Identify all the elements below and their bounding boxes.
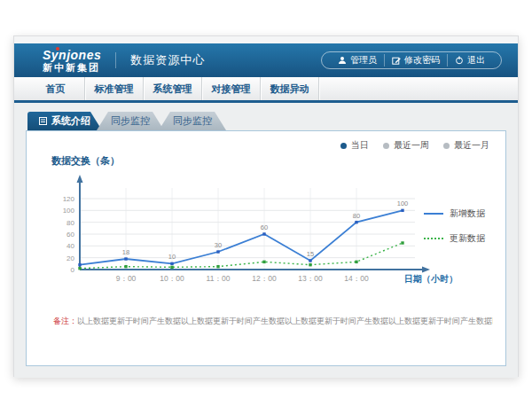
svg-text:100: 100 (63, 207, 75, 215)
svg-text:15: 15 (307, 250, 314, 258)
svg-text:40: 40 (66, 242, 74, 250)
line-chart: 0204060801001209：0010：0011：0012：0013：001… (41, 168, 459, 305)
radio-dot-icon (383, 143, 389, 149)
document-icon (39, 117, 47, 125)
logo-text: Synjones (43, 49, 101, 61)
svg-text:80: 80 (353, 212, 360, 220)
footnote: 备注：以上数据更新于时间产生数据以上数据更新于时间产生数据以上数据更新于时间产生… (53, 316, 493, 327)
svg-text:120: 120 (63, 195, 75, 203)
filter-last-month[interactable]: 最近一月 (443, 139, 489, 152)
window-top-strip (14, 36, 518, 43)
page-background: Synjones 新中新集团 数据资源中心 管理员 修改 (0, 0, 532, 399)
svg-text:12：00: 12：00 (252, 274, 277, 283)
blue-line-sample-icon (424, 213, 443, 215)
chart-y-axis-title: 数据交换（条） (51, 154, 120, 168)
tab-system-intro[interactable]: 系统介绍 (27, 112, 102, 130)
app-header: Synjones 新中新集团 数据资源中心 管理员 修改 (14, 43, 518, 77)
radio-dot-icon (443, 143, 450, 149)
svg-text:14：00: 14：00 (344, 274, 369, 283)
svg-text:100: 100 (397, 200, 409, 207)
green-dotted-sample-icon (424, 238, 443, 239)
tab-bar: 系统介绍 同步监控 同步监控 (27, 112, 506, 130)
nav-item-data-change[interactable]: 数据异动 (261, 77, 319, 100)
app-window: Synjones 新中新集团 数据资源中心 管理员 修改 (13, 35, 519, 377)
nav-item-standard-mgmt[interactable]: 标准管理 (85, 77, 144, 100)
tab-label: 同步监控 (111, 114, 150, 128)
tab-label: 同步监控 (173, 114, 212, 128)
main-nav: 首页 标准管理 系统管理 对接管理 数据异动 (14, 77, 518, 100)
admin-user-button[interactable]: 管理员 (331, 54, 384, 66)
time-filter-group: 当日 最近一周 最近一月 (340, 139, 489, 152)
svg-text:20: 20 (66, 254, 74, 262)
svg-text:13：00: 13：00 (298, 274, 323, 283)
company-logo: Synjones 新中新集团 (43, 49, 101, 73)
logout-button[interactable]: 退出 (447, 54, 492, 66)
nav-item-system-mgmt[interactable]: 系统管理 (144, 77, 202, 100)
filter-label: 最近一周 (394, 139, 429, 152)
change-password-button[interactable]: 修改密码 (384, 54, 447, 66)
tab-sync-monitor-1[interactable]: 同步监控 (97, 112, 164, 130)
series-legend: 新增数据 更新数据 (424, 207, 498, 257)
user-icon (338, 56, 347, 65)
svg-text:日期（小时）: 日期（小时） (404, 274, 458, 284)
svg-text:10：00: 10：00 (160, 274, 184, 283)
svg-text:11：00: 11：00 (207, 274, 231, 283)
filter-last-week[interactable]: 最近一周 (383, 139, 429, 152)
legend-label: 更新数据 (450, 232, 485, 245)
svg-text:80: 80 (66, 219, 74, 227)
filter-label: 最近一月 (454, 139, 489, 152)
legend-label: 新增数据 (450, 207, 485, 220)
svg-text:9：00: 9：00 (116, 274, 137, 283)
change-password-label: 修改密码 (404, 54, 440, 66)
legend-item-new-data[interactable]: 新增数据 (424, 207, 498, 220)
content-area: 系统介绍 同步监控 同步监控 当日 最近一周 (14, 103, 518, 378)
power-icon (455, 56, 464, 65)
footnote-prefix: 备注： (53, 317, 77, 325)
tab-sync-monitor-2[interactable]: 同步监控 (159, 112, 226, 130)
footnote-text: 以上数据更新于时间产生数据以上数据更新于时间产生数据以上数据更新于时间产生数据以… (77, 317, 493, 325)
logo-subtext: 新中新集团 (43, 63, 101, 73)
nav-item-interface-mgmt[interactable]: 对接管理 (202, 77, 261, 100)
admin-label: 管理员 (350, 54, 377, 66)
svg-text:60: 60 (66, 231, 74, 239)
filter-today[interactable]: 当日 (340, 139, 369, 152)
svg-text:10: 10 (168, 253, 176, 261)
user-toolbar: 管理员 修改密码 退出 (321, 51, 502, 69)
chart-panel: 当日 最近一周 最近一月 数据交换（条） 0204060801001209：00… (26, 130, 506, 366)
filter-label: 当日 (351, 139, 369, 152)
nav-item-home[interactable]: 首页 (27, 77, 85, 100)
svg-text:60: 60 (261, 223, 268, 231)
page-title: 数据资源中心 (115, 52, 205, 68)
radio-dot-icon (340, 143, 347, 149)
logo-red-dot (56, 47, 59, 51)
svg-text:0: 0 (71, 266, 75, 274)
edit-icon (392, 56, 401, 65)
logout-label: 退出 (467, 54, 485, 66)
svg-text:30: 30 (215, 241, 222, 249)
legend-item-updated-data[interactable]: 更新数据 (424, 232, 498, 245)
svg-text:18: 18 (122, 248, 129, 256)
tab-label: 系统介绍 (51, 114, 90, 128)
